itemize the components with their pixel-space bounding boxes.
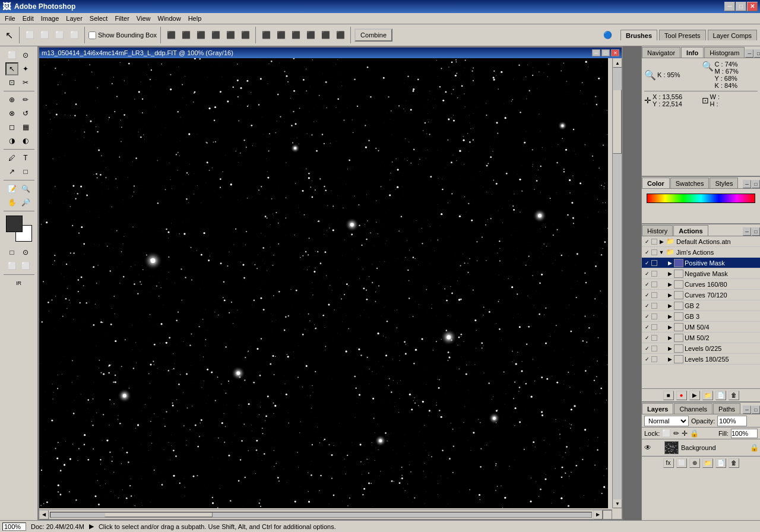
eraser-tool[interactable]: ◻ [5, 121, 18, 134]
menu-edit[interactable]: Edit [19, 14, 37, 23]
pen-tool[interactable]: 🖊 [5, 151, 18, 164]
action-expand-um-50-4[interactable]: ▶ [666, 323, 674, 331]
scroll-thumb-h[interactable] [104, 512, 213, 517]
lock-all[interactable]: 🔒 [690, 429, 699, 438]
restore-button[interactable]: □ [736, 2, 746, 11]
combine-button[interactable]: Combine [354, 28, 392, 42]
layer-visibility-eye[interactable]: 👁 [643, 443, 653, 452]
tab-brushes[interactable]: Brushes [620, 30, 657, 40]
action-item-levels-180-255[interactable]: ✓▶Levels 180/255 [642, 354, 760, 365]
tab-history[interactable]: History [642, 225, 673, 236]
blur-tool[interactable]: ◑ [5, 134, 18, 147]
menu-window[interactable]: Window [154, 14, 185, 23]
new-fill-layer-button[interactable]: ⊕ [689, 458, 700, 468]
close-button[interactable]: ✕ [747, 2, 758, 11]
quick-mask-mode[interactable]: ⊙ [19, 246, 32, 259]
standard-screen[interactable]: ⬜ [5, 259, 18, 273]
action-modal-levels-0-225[interactable] [651, 346, 657, 352]
opacity-field[interactable] [717, 416, 747, 426]
distribute-2[interactable]: ⬛ [274, 28, 287, 42]
layers-panel-resize-1[interactable]: ─ [743, 406, 751, 414]
color-gradient-bar[interactable] [647, 194, 755, 203]
action-expand-positive-mask[interactable]: ▶ [666, 259, 674, 267]
standard-mode[interactable]: □ [5, 246, 18, 259]
align-right[interactable]: ⬛ [194, 28, 207, 42]
action-modal-jims-actions[interactable] [651, 249, 657, 255]
distribute-4[interactable]: ⬛ [304, 28, 317, 42]
tab-color[interactable]: Color [642, 178, 670, 188]
layer-row-background[interactable]: 👁 Background 🔒 [642, 439, 760, 456]
scroll-down-arrow[interactable]: ▼ [613, 499, 622, 508]
panel-resize-btn-2[interactable]: □ [754, 49, 760, 58]
transform-2[interactable]: ⬜ [38, 28, 51, 42]
doc-restore-button[interactable]: □ [601, 49, 610, 56]
distribute-6[interactable]: ⬛ [334, 28, 347, 42]
action-modal-gb-2[interactable] [651, 303, 657, 309]
distribute-5[interactable]: ⬛ [319, 28, 332, 42]
scroll-track-v[interactable] [613, 68, 622, 499]
action-modal-default-actions[interactable] [651, 239, 657, 245]
layers-panel-resize-2[interactable]: □ [752, 406, 760, 414]
brush-tool[interactable]: ✏ [19, 93, 32, 106]
minimize-button[interactable]: ─ [724, 2, 735, 11]
crop-tool[interactable]: ⊡ [5, 76, 18, 89]
transform-3[interactable]: ⬜ [53, 28, 66, 42]
action-expand-curves-160-80[interactable]: ▶ [666, 280, 674, 289]
show-bounding-box-check[interactable] [88, 31, 96, 39]
healing-brush-tool[interactable]: ⊕ [5, 93, 18, 106]
tab-layer-comps[interactable]: Layer Comps [708, 30, 757, 40]
action-expand-gb-2[interactable]: ▶ [666, 302, 674, 310]
zoom-field[interactable] [2, 522, 26, 531]
action-expand-default-actions[interactable]: ▶ [657, 238, 666, 246]
action-check-default-actions[interactable]: ✓ [643, 238, 651, 246]
slice-tool[interactable]: ✂ [19, 76, 32, 89]
tab-actions[interactable]: Actions [673, 225, 708, 236]
lock-transparent-pixels[interactable]: ⬜ [662, 429, 671, 438]
action-expand-curves-70-120[interactable]: ▶ [666, 291, 674, 299]
action-check-gb-3[interactable]: ✓ [643, 312, 651, 321]
path-select-tool[interactable]: ↖ [2, 28, 15, 42]
tab-channels[interactable]: Channels [674, 403, 712, 414]
tab-layers[interactable]: Layers [642, 403, 673, 414]
scroll-thumb-v[interactable] [613, 90, 622, 154]
record-action-button[interactable]: ● [676, 391, 687, 400]
menu-select[interactable]: Select [86, 14, 112, 23]
align-left[interactable]: ⬛ [164, 28, 178, 42]
action-item-levels-0-225[interactable]: ✓▶Levels 0/225 [642, 343, 760, 354]
fill-field[interactable] [731, 429, 758, 438]
move-tool[interactable]: ↖ [5, 62, 18, 75]
tab-paths[interactable]: Paths [713, 403, 740, 414]
delete-layer-button[interactable]: 🗑 [729, 458, 739, 468]
path-select-tool-2[interactable]: ↗ [5, 165, 18, 178]
show-bounding-box-label[interactable]: Show Bounding Box [88, 31, 157, 39]
action-check-levels-0-225[interactable]: ✓ [643, 344, 651, 353]
action-check-um-50-4[interactable]: ✓ [643, 323, 651, 331]
menu-view[interactable]: View [133, 14, 154, 23]
horizontal-scrollbar[interactable]: ◀ ▶ [39, 509, 612, 519]
clone-stamp-tool[interactable]: ⊗ [5, 107, 18, 120]
delete-action-button[interactable]: 🗑 [729, 391, 739, 400]
action-item-curves-70-120[interactable]: ✓▶Curves 70/120 [642, 290, 760, 300]
action-check-levels-180-255[interactable]: ✓ [643, 355, 651, 363]
action-item-jims-actions[interactable]: ✓▼📁Jim's Actions [642, 247, 760, 258]
action-modal-gb-3[interactable] [651, 314, 657, 319]
action-check-jims-actions[interactable]: ✓ [643, 248, 651, 256]
lock-image-pixels[interactable]: ✏ [673, 429, 679, 438]
action-expand-levels-0-225[interactable]: ▶ [666, 344, 674, 353]
align-top[interactable]: ⬛ [209, 28, 222, 42]
tab-swatches[interactable]: Swatches [670, 178, 710, 188]
jump-to-imageready[interactable]: IR [12, 277, 26, 290]
distribute-1[interactable]: ⬛ [259, 28, 273, 42]
menu-filter[interactable]: Filter [111, 14, 132, 23]
color-panel-resize-2[interactable]: □ [752, 180, 760, 188]
magic-wand-tool[interactable]: ✦ [19, 62, 32, 75]
blend-mode-select[interactable]: Normal Dissolve Multiply Screen [644, 416, 689, 426]
action-expand-negative-mask[interactable]: ▶ [666, 270, 674, 278]
action-check-curves-160-80[interactable]: ✓ [643, 280, 651, 289]
scroll-track-h[interactable] [50, 512, 592, 518]
action-item-default-actions[interactable]: ✓▶📁Default Actions.atn [642, 236, 760, 247]
menu-file[interactable]: File [1, 14, 19, 23]
new-layer-button[interactable]: 📄 [715, 458, 726, 468]
align-bottom[interactable]: ⬛ [239, 28, 252, 42]
scroll-up-arrow[interactable]: ▲ [613, 58, 622, 68]
